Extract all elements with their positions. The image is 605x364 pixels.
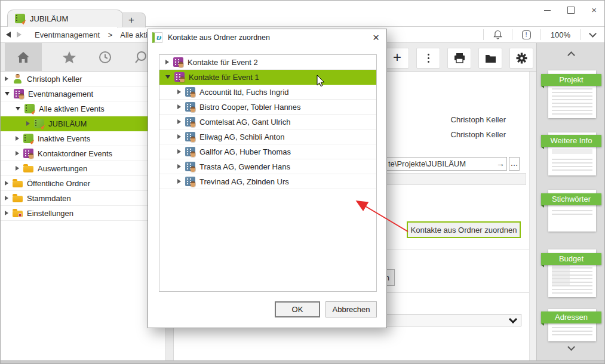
zoom-dropdown-button[interactable]: [581, 33, 605, 36]
scroll-down-button[interactable]: [537, 346, 605, 350]
tree-item-contact[interactable]: Eliwag AG, Schibli Anton: [159, 129, 376, 144]
tree-item-kontaktordner-events[interactable]: Kontaktordner Events: [0, 146, 151, 161]
favorites-button[interactable]: [55, 43, 84, 71]
open-folder-button[interactable]: [478, 48, 502, 69]
tree-item-alle-aktiven-events[interactable]: Alle aktiven Events: [0, 101, 151, 116]
print-button[interactable]: [447, 48, 471, 69]
breadcrumb[interactable]: Eventmanagement > Alle aktiven: [35, 30, 166, 39]
tree-item-event-2[interactable]: Kontakte für Event 2: [159, 55, 376, 70]
contact-folder-icon: [14, 89, 24, 98]
history-button[interactable]: [91, 43, 119, 71]
tree-item-contact[interactable]: Trevinad AG, Zbinden Urs: [159, 174, 376, 189]
caret-expanded-icon[interactable]: [165, 75, 170, 79]
more-actions-button[interactable]: [416, 48, 440, 69]
caret-collapsed-icon[interactable]: [5, 76, 8, 81]
tree-item-contact[interactable]: Accountit ltd, Fuchs Ingrid: [159, 85, 376, 100]
caret-collapsed-icon[interactable]: [177, 164, 181, 169]
tree-item-label: Stammdaten: [27, 194, 71, 203]
tree-item-label: Accountit ltd, Fuchs Ingrid: [199, 88, 289, 97]
caret-collapsed-icon[interactable]: [177, 104, 181, 109]
thumbnail-label-adressen[interactable]: Adressen: [541, 311, 601, 323]
add-button[interactable]: +: [385, 48, 409, 69]
caret-collapsed-icon[interactable]: [5, 196, 8, 200]
tree-item-label: Trasta AG, Gwender Hans: [199, 162, 290, 171]
thumbnail-sketch: [552, 325, 592, 337]
assign-contacts-button[interactable]: Kontakte aus Ordner zuordnen: [407, 221, 521, 238]
settings-button[interactable]: [509, 48, 533, 69]
caret-collapsed-icon[interactable]: [26, 121, 30, 126]
caret-expanded-icon[interactable]: [5, 92, 10, 95]
thumbnail-label-projekt[interactable]: Projekt: [541, 74, 601, 86]
scroll-up-button[interactable]: [537, 50, 605, 58]
caret-collapsed-icon[interactable]: [165, 60, 169, 64]
printer-icon: [454, 53, 465, 63]
browse-button[interactable]: …: [509, 157, 520, 171]
caret-expanded-icon[interactable]: [16, 107, 20, 110]
caret-collapsed-icon[interactable]: [177, 134, 181, 139]
main-scrollbar[interactable]: [529, 72, 536, 360]
dialog-title-bar[interactable]: υ Kontakte aus Ordner zuordnen: [148, 29, 386, 46]
thumbnail-label-weitere-info[interactable]: Weitere Info: [541, 135, 601, 147]
maximize-icon[interactable]: [567, 7, 575, 14]
caret-collapsed-icon[interactable]: [177, 149, 181, 154]
assign-contacts-dialog: υ Kontakte aus Ordner zuordnen × Kontakt…: [148, 29, 387, 328]
caret-collapsed-icon[interactable]: [177, 90, 181, 94]
breadcrumb-part[interactable]: Eventmanagement: [35, 30, 100, 39]
settings-folder-icon: [13, 211, 23, 217]
tree-item-einstellungen[interactable]: Einstellungen: [0, 206, 151, 221]
tree-item-jubilaeum-selected[interactable]: JUBILÄUM: [0, 116, 151, 131]
tree-item-label: Christoph Keller: [27, 75, 82, 84]
tree-item-stammdaten[interactable]: Stammdaten: [0, 191, 151, 206]
dropdown-toggle[interactable]: [505, 314, 521, 326]
thumbnail-label-budget[interactable]: Budget: [541, 253, 601, 265]
forward-icon[interactable]: [17, 32, 22, 38]
project-path-value: te\Projekte\JUBILÄUM: [388, 159, 466, 168]
caret-collapsed-icon[interactable]: [16, 166, 19, 171]
open-path-icon[interactable]: →: [496, 159, 505, 168]
thumbnail-label-stichwoerter[interactable]: Stichwörter: [541, 193, 601, 205]
cancel-button[interactable]: Abbrechen: [325, 301, 377, 317]
thumbnail-sketch: [552, 265, 592, 294]
tree-item-contact[interactable]: Comtelsat AG, Gant Ulrich: [159, 115, 376, 129]
bell-icon: [493, 30, 502, 39]
contacts-tree: Kontakte für Event 2 Kontakte für Event …: [159, 54, 377, 292]
history-icon: [98, 50, 112, 64]
tree-item-contact[interactable]: Bistro Cooper, Tobler Hannes: [159, 100, 376, 115]
zoom-level[interactable]: 100%: [541, 30, 580, 39]
tree-item-contact[interactable]: Gallfor AG, Huber Thomas: [159, 144, 376, 159]
contact-folder-icon: [174, 72, 185, 82]
tree-item-christoph-keller[interactable]: Christoph Keller: [0, 72, 151, 87]
thumbnail-sketch: [552, 156, 592, 172]
back-icon[interactable]: [6, 32, 11, 38]
folder-icon: [23, 166, 33, 172]
tree-item-label: Kontakte für Event 2: [188, 58, 258, 67]
window-controls: ×: [544, 4, 597, 17]
tree-item-label: Alle aktiven Events: [39, 104, 105, 113]
tree-item-oeffentliche-ordner[interactable]: Öffentliche Ordner: [0, 176, 151, 191]
alerts-button[interactable]: !: [512, 30, 540, 39]
contact-folder-icon: [23, 149, 33, 158]
close-icon[interactable]: ×: [591, 7, 597, 13]
tree-item-auswertungen[interactable]: Auswertungen: [0, 161, 151, 176]
caret-collapsed-icon[interactable]: [177, 179, 181, 184]
ok-button[interactable]: OK: [275, 301, 320, 317]
caret-collapsed-icon[interactable]: [177, 119, 181, 124]
caret-collapsed-icon[interactable]: [16, 151, 19, 156]
tree-item-contact[interactable]: Trasta AG, Gwender Hans: [159, 159, 376, 174]
tab-jubilaeum[interactable]: JUBILÄUM: [7, 10, 123, 27]
tree-item-label: Gallfor AG, Huber Thomas: [199, 147, 291, 156]
minimize-icon[interactable]: [544, 10, 551, 11]
home-button[interactable]: [5, 43, 42, 71]
chevron-up-icon: [567, 51, 575, 59]
caret-collapsed-icon[interactable]: [16, 136, 19, 141]
company-contact-icon: [185, 147, 195, 156]
tree-item-eventmanagement[interactable]: Eventmanagement: [0, 87, 151, 101]
changed-by-value: Christoph Keller: [451, 130, 506, 139]
caret-collapsed-icon[interactable]: [5, 211, 8, 215]
tree-item-label: Kontakte für Event 1: [189, 73, 259, 82]
tree-item-event-1-selected[interactable]: Kontakte für Event 1: [159, 70, 376, 85]
notifications-button[interactable]: [484, 30, 512, 39]
caret-collapsed-icon[interactable]: [5, 181, 8, 186]
tree-item-inaktive-events[interactable]: Inaktive Events: [0, 131, 151, 146]
dialog-close-icon[interactable]: ×: [373, 32, 379, 44]
